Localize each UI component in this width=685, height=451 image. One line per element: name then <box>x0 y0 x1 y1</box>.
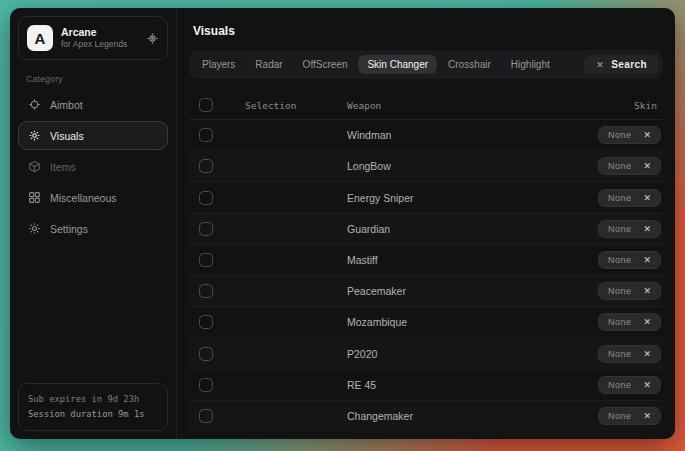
skin-value: None <box>608 255 632 265</box>
gear-icon <box>28 222 41 235</box>
crosshair-icon <box>28 98 41 111</box>
sidebar-item-visuals[interactable]: Visuals <box>18 121 168 150</box>
column-header-skin: Skin <box>571 100 663 111</box>
skin-value: None <box>608 286 632 296</box>
sidebar-item-aimbot[interactable]: Aimbot <box>18 90 168 119</box>
remove-skin-icon[interactable]: ✕ <box>643 255 651 265</box>
skin-selector[interactable]: None✕ <box>598 345 661 363</box>
row-checkbox[interactable] <box>199 191 213 205</box>
skins-table: Selection Weapon Skin WindmanNone✕LongBo… <box>189 91 663 431</box>
table-row[interactable]: P2020None✕ <box>189 338 663 369</box>
weapon-name: RE 45 <box>225 379 571 391</box>
skin-value: None <box>608 349 632 359</box>
app-subtitle: for Apex Legends <box>61 39 138 50</box>
weapon-name: Windman <box>225 129 571 141</box>
column-header-selection: Selection <box>245 100 296 111</box>
eye-sparkle-icon <box>28 129 41 142</box>
skin-selector[interactable]: None✕ <box>598 376 661 394</box>
skin-selector[interactable]: None✕ <box>598 251 661 269</box>
tab-skin-changer[interactable]: Skin Changer <box>358 55 437 74</box>
sidebar-item-items[interactable]: Items <box>18 152 168 181</box>
sidebar-item-label: Miscellaneous <box>50 192 117 204</box>
subscription-info: Sub expires in 9d 23h Session duration 9… <box>18 383 168 431</box>
remove-skin-icon[interactable]: ✕ <box>643 380 651 390</box>
weapon-name: Mozambique <box>225 316 571 328</box>
skin-value: None <box>608 130 632 140</box>
sidebar-item-label: Items <box>50 161 76 173</box>
skin-selector[interactable]: None✕ <box>598 407 661 425</box>
row-checkbox[interactable] <box>199 409 213 423</box>
table-row[interactable]: WindmanNone✕ <box>189 120 663 151</box>
row-checkbox[interactable] <box>199 253 213 267</box>
table-row[interactable]: RE 45None✕ <box>189 370 663 401</box>
remove-skin-icon[interactable]: ✕ <box>643 349 651 359</box>
app-name: Arcane <box>61 26 138 39</box>
remove-skin-icon[interactable]: ✕ <box>643 317 651 327</box>
remove-skin-icon[interactable]: ✕ <box>643 286 651 296</box>
row-checkbox[interactable] <box>199 378 213 392</box>
table-row[interactable]: Energy SniperNone✕ <box>189 182 663 213</box>
skin-selector[interactable]: None✕ <box>598 157 661 175</box>
table-row[interactable]: PeacemakerNone✕ <box>189 276 663 307</box>
sidebar-item-label: Visuals <box>50 130 84 142</box>
skin-selector[interactable]: None✕ <box>598 313 661 331</box>
weapon-name: P2020 <box>225 348 571 360</box>
skin-selector[interactable]: None✕ <box>598 126 661 144</box>
weapon-name: Mastiff <box>225 254 571 266</box>
app-window: A Arcane for Apex Legends Category Aimbo… <box>10 8 675 439</box>
row-checkbox[interactable] <box>199 128 213 142</box>
search-icon: ✕ <box>596 60 604 70</box>
remove-skin-icon[interactable]: ✕ <box>643 193 651 203</box>
skin-value: None <box>608 161 632 171</box>
row-checkbox[interactable] <box>199 159 213 173</box>
table-row[interactable]: MozambiqueNone✕ <box>189 307 663 338</box>
page-title: Visuals <box>189 18 663 50</box>
tab-offscreen[interactable]: OffScreen <box>294 55 357 74</box>
skin-selector[interactable]: None✕ <box>598 189 661 207</box>
sub-expires-text: Sub expires in 9d 23h <box>28 392 158 407</box>
app-logo: A <box>27 25 53 51</box>
tab-radar[interactable]: Radar <box>246 55 291 74</box>
weapon-name: Guardian <box>225 223 571 235</box>
remove-skin-icon[interactable]: ✕ <box>643 411 651 421</box>
main-panel: Visuals PlayersRadarOffScreenSkin Change… <box>177 8 675 439</box>
remove-skin-icon[interactable]: ✕ <box>643 161 651 171</box>
search-button[interactable]: ✕ Search <box>584 55 659 74</box>
weapon-name: Energy Sniper <box>225 192 571 204</box>
table-row[interactable]: GuardianNone✕ <box>189 214 663 245</box>
category-label: Category <box>26 74 168 84</box>
remove-skin-icon[interactable]: ✕ <box>643 224 651 234</box>
weapon-name: Peacemaker <box>225 285 571 297</box>
sidebar-item-label: Settings <box>50 223 88 235</box>
skin-value: None <box>608 317 632 327</box>
sidebar-item-miscellaneous[interactable]: Miscellaneous <box>18 183 168 212</box>
weapon-name: Changemaker <box>225 410 571 422</box>
sidebar-item-label: Aimbot <box>50 99 83 111</box>
table-body: WindmanNone✕LongBowNone✕Energy SniperNon… <box>189 120 663 431</box>
skin-selector[interactable]: None✕ <box>598 282 661 300</box>
table-row[interactable]: MastiffNone✕ <box>189 245 663 276</box>
sidebar: A Arcane for Apex Legends Category Aimbo… <box>10 8 177 439</box>
tab-crosshair[interactable]: Crosshair <box>439 55 500 74</box>
row-checkbox[interactable] <box>199 315 213 329</box>
select-all-checkbox[interactable] <box>199 98 213 112</box>
tab-highlight[interactable]: Highlight <box>502 55 559 74</box>
tab-players[interactable]: Players <box>193 55 244 74</box>
row-checkbox[interactable] <box>199 347 213 361</box>
table-row[interactable]: ChangemakerNone✕ <box>189 401 663 431</box>
sidebar-item-settings[interactable]: Settings <box>18 214 168 243</box>
remove-skin-icon[interactable]: ✕ <box>643 130 651 140</box>
table-row[interactable]: LongBowNone✕ <box>189 151 663 182</box>
gear-icon[interactable] <box>146 32 159 45</box>
grid-icon <box>28 191 41 204</box>
table-header-row: Selection Weapon Skin <box>189 91 663 120</box>
sidebar-nav: AimbotVisualsItemsMiscellaneousSettings <box>18 88 168 245</box>
session-duration-text: Session duration 9m 1s <box>28 407 158 422</box>
skin-selector[interactable]: None✕ <box>598 220 661 238</box>
row-checkbox[interactable] <box>199 222 213 236</box>
brand-text: Arcane for Apex Legends <box>61 26 138 50</box>
row-checkbox[interactable] <box>199 284 213 298</box>
skin-value: None <box>608 224 632 234</box>
cube-icon <box>28 160 41 173</box>
skin-value: None <box>608 380 632 390</box>
